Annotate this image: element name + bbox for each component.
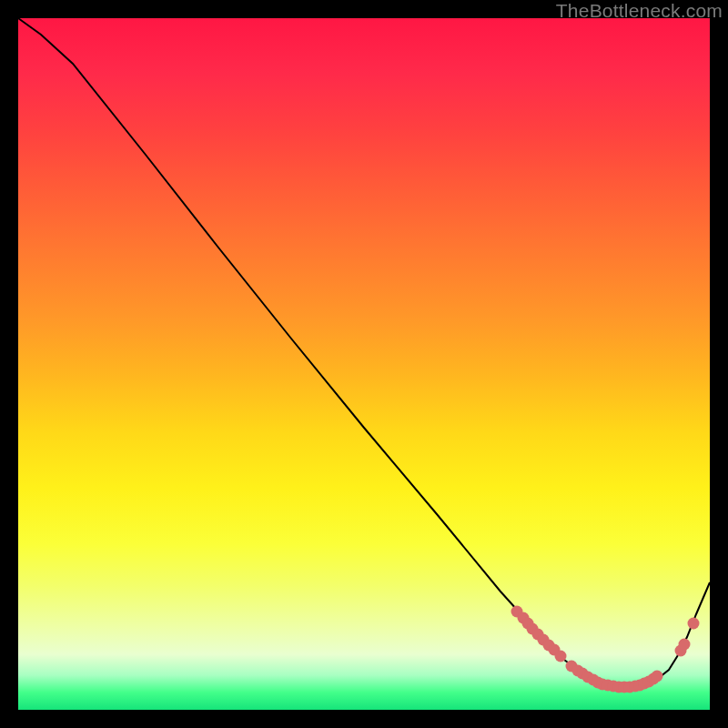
chart-frame: TheBottleneck.com — [0, 0, 728, 728]
highlight-dot — [652, 671, 663, 682]
watermark-text: TheBottleneck.com — [556, 0, 723, 22]
highlight-dot — [679, 639, 691, 651]
curve-layer — [18, 18, 710, 710]
highlight-dots — [511, 606, 700, 693]
plot-area — [18, 18, 710, 710]
bottleneck-curve — [18, 18, 710, 687]
highlight-dot — [555, 651, 567, 662]
highlight-dot — [688, 618, 700, 630]
